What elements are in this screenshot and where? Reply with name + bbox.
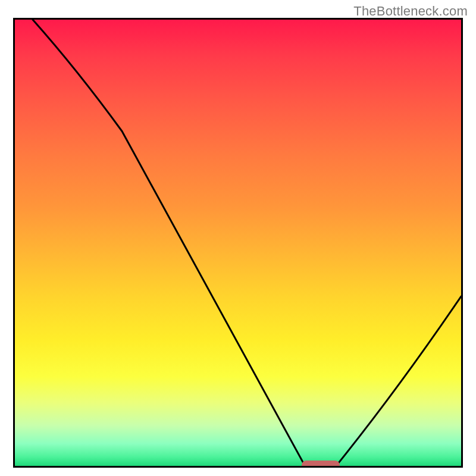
- optimal-range-marker: [302, 461, 340, 468]
- bottleneck-curve: [15, 20, 461, 466]
- watermark-text: TheBottleneck.com: [353, 4, 468, 19]
- chart-frame: [13, 18, 463, 468]
